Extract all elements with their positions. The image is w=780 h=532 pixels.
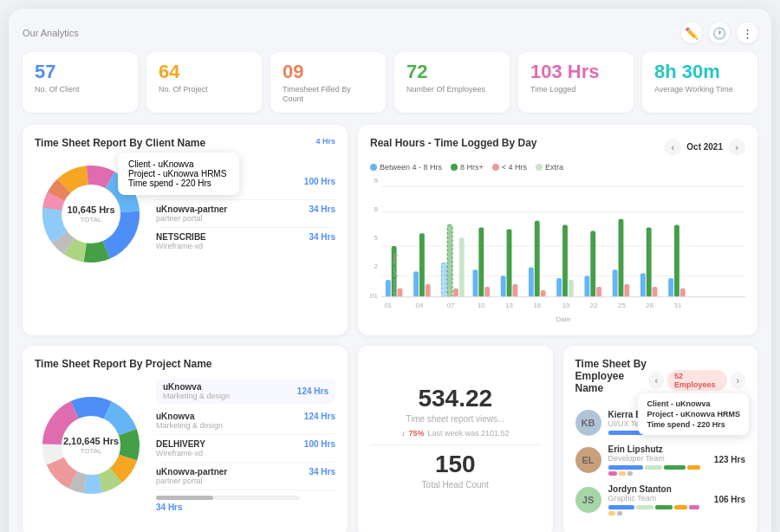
svg-text:07: 07 xyxy=(447,302,455,309)
stat-project-label: No. Of Project xyxy=(159,85,250,94)
bar-chart-inner: Hours per day xyxy=(381,177,745,323)
svg-rect-50 xyxy=(680,288,686,296)
dashboard: Our Analytics ✏️ 🕐 ⋮ 57 No. Of Client 64… xyxy=(9,9,771,532)
bar-seg xyxy=(608,511,615,516)
views-card: 534.22 Time sheet report views... ↓ 75% … xyxy=(358,346,553,532)
project-item-highlighted: uKnowva Marketing & design 124 Hrs xyxy=(156,379,335,404)
emp-tooltip-timespend: Time spend - 220 Hrs xyxy=(647,420,740,429)
headcount-value: 150 xyxy=(435,452,476,477)
svg-text:16: 16 xyxy=(533,302,541,309)
client-tooltip: Client - uKnowva Project - uKnowva HRMS … xyxy=(118,152,239,195)
legend-item-3: Extra xyxy=(536,163,563,172)
svg-rect-28 xyxy=(478,227,484,296)
top-badge: 4 Hrs xyxy=(315,137,335,146)
donut-client-center: 10,645 Hrs TOTAL xyxy=(67,204,114,224)
stat-timesheet-label: Timesheet Filled By Count xyxy=(283,85,374,104)
page-title: Our Analytics xyxy=(23,28,79,38)
proj-3-name: uKnowva-partner xyxy=(156,467,227,477)
client-item-0-hrs: 100 Hrs xyxy=(304,177,335,186)
client-item-1-name: uKnowva-partner xyxy=(156,204,227,214)
svg-rect-33 xyxy=(529,267,534,296)
client-item-2: NETSCRIBE Wireframe-xd 34 Hrs xyxy=(156,228,335,255)
emp-tooltip-project: Project - uKnowva HRMS xyxy=(647,410,740,418)
employee-sheet-card: Time Sheet By Employee Name ‹ 52 Employe… xyxy=(563,346,758,532)
svg-rect-45 xyxy=(640,273,646,296)
clock-icon[interactable]: 🕐 xyxy=(709,23,730,43)
bar-seg xyxy=(655,505,673,509)
legend-label-2: < 4 Hrs xyxy=(502,163,527,172)
bar-nav: ‹ Oct 2021 › xyxy=(664,139,745,156)
pencil-icon[interactable]: ✏️ xyxy=(681,23,702,43)
stats-row: 57 No. Of Client 64 No. Of Project 09 Ti… xyxy=(23,52,757,113)
trend-sub: Last week was 2101.52 xyxy=(427,429,509,438)
svg-rect-26 xyxy=(459,237,465,296)
svg-rect-27 xyxy=(472,269,478,296)
proj-0-name: uKnowva xyxy=(163,382,230,392)
proj-2-sub: Wireframe-xd xyxy=(156,449,205,457)
svg-rect-37 xyxy=(562,224,568,296)
bar-seg xyxy=(617,511,622,516)
more-icon[interactable]: ⋮ xyxy=(737,23,757,43)
stat-employees-value: 72 xyxy=(406,61,497,83)
emp-badge-area: ‹ 52 Employees › xyxy=(648,370,745,391)
emp-hrs-1: 123 Hrs xyxy=(714,455,745,464)
proj-1-hrs: 124 Hrs xyxy=(304,412,335,421)
client-item-2-sub: Wireframe-xd xyxy=(156,242,206,250)
legend-dot-1 xyxy=(451,164,458,171)
svg-rect-36 xyxy=(556,278,562,296)
trend-arrow-down: ↓ xyxy=(401,429,406,438)
legend-item-1: 8 Hrs+ xyxy=(451,163,484,172)
timesheet-by-project-card: Time Sheet Report By Project Name xyxy=(23,346,348,532)
svg-rect-24 xyxy=(447,224,452,296)
divider xyxy=(370,444,541,445)
tooltip-project-value: Project - uKnowva HRMS xyxy=(128,169,226,178)
donut-project-total: 2,10,645 Hrs xyxy=(63,436,119,447)
bar-seg xyxy=(689,505,699,509)
bottom-mid-right: 534.22 Time sheet report views... ↓ 75% … xyxy=(358,346,757,532)
emp-badge: 52 Employees xyxy=(667,370,727,391)
bar-chart-container: 9 8 5 2 01 Hours per day xyxy=(370,177,745,323)
emp-next-arrow[interactable]: › xyxy=(731,372,746,389)
emp-tooltip-client: Client - uKnowva xyxy=(647,399,740,408)
emp-prev-arrow[interactable]: ‹ xyxy=(648,372,664,389)
emp-item-1: EL Erin Lipshutz Developer Team xyxy=(575,444,746,476)
stat-time-logged-value: 103 Hrs xyxy=(530,61,621,83)
stat-project: 64 No. Of Project xyxy=(146,52,262,113)
bar-seg xyxy=(608,505,634,509)
proj-3-hrs: 34 Hrs xyxy=(309,467,335,477)
svg-rect-43 xyxy=(618,218,623,296)
svg-rect-49 xyxy=(674,224,679,296)
donut-section-project: 2,10,645 Hrs TOTAL uKnowva Marketing & d… xyxy=(35,379,335,512)
donut-chart-project: 2,10,645 Hrs TOTAL xyxy=(35,389,147,502)
bar-chart-svg: 01 04 07 10 13 16 19 22 25 28 31 xyxy=(381,177,745,315)
stat-employees-label: Number Of Employees xyxy=(406,85,497,94)
bar-seg xyxy=(645,465,662,470)
stat-avg-working-value: 8h 30m xyxy=(654,61,745,83)
client-item-1-hrs: 34 Hrs xyxy=(309,204,335,214)
emp-name-1: Erin Lipshutz xyxy=(608,444,707,454)
next-month-arrow[interactable]: › xyxy=(728,139,745,156)
stat-avg-working-label: Average Working Time xyxy=(654,85,745,94)
svg-rect-38 xyxy=(569,280,574,297)
svg-rect-30 xyxy=(501,276,506,296)
donut-client-total: 10,645 Hrs xyxy=(67,204,114,216)
donut-project-center: 2,10,645 Hrs TOTAL xyxy=(63,436,119,455)
svg-rect-44 xyxy=(624,284,629,297)
headcount-label: Total Head Count xyxy=(422,480,489,490)
svg-rect-41 xyxy=(596,286,601,296)
client-item-2-hrs: 34 Hrs xyxy=(309,232,335,242)
bar-seg xyxy=(674,505,687,509)
timesheet-project-title: Time Sheet Report By Project Name xyxy=(35,358,335,370)
client-item-1-sub: partner portal xyxy=(156,214,227,223)
emp-title: Time Sheet By Employee Name xyxy=(575,358,649,394)
client-item-1: uKnowva-partner partner portal 34 Hrs xyxy=(156,200,335,228)
emp-bar-1 xyxy=(608,465,707,476)
stat-timesheet-value: 09 xyxy=(283,61,374,83)
svg-rect-40 xyxy=(590,230,595,296)
views-value: 534.22 xyxy=(418,386,492,411)
emp-tooltip: Client - uKnowva Project - uKnowva HRMS … xyxy=(638,393,749,435)
legend-item-2: < 4 Hrs xyxy=(492,163,527,172)
bar-chart-title: Real Hours - Time Logged By Day xyxy=(370,137,537,149)
bar-seg xyxy=(664,465,686,470)
prev-month-arrow[interactable]: ‹ xyxy=(664,139,681,156)
